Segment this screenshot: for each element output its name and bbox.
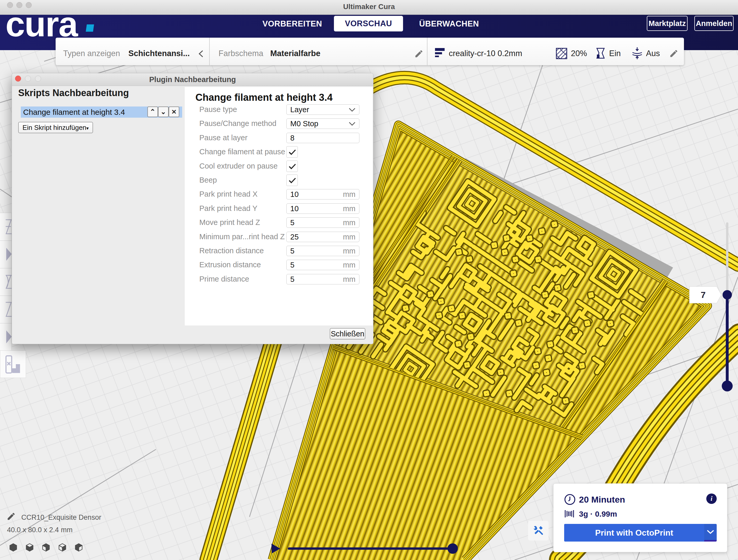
svg-text:7: 7 — [701, 290, 706, 300]
